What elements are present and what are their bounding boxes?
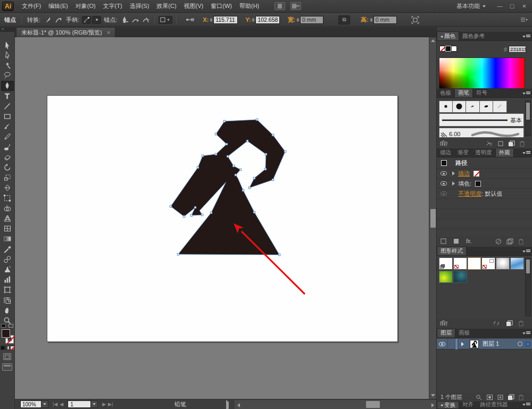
clear-appearance-icon[interactable] xyxy=(495,238,502,245)
tool-line-segment[interactable] xyxy=(1,101,14,111)
tool-slice[interactable] xyxy=(1,295,14,305)
y-stepper[interactable] xyxy=(252,18,255,22)
x-stepper[interactable] xyxy=(210,18,213,22)
layer-name[interactable]: 图层 1 xyxy=(483,340,499,348)
add-effect-icon[interactable]: fx. xyxy=(466,238,472,244)
fill-swatch[interactable] xyxy=(2,329,10,338)
tab-graphic-styles[interactable]: 图形样式 xyxy=(437,246,467,255)
tool-type[interactable] xyxy=(1,91,14,101)
gradient-mode-button[interactable] xyxy=(5,346,10,350)
brush-item[interactable] xyxy=(466,101,480,113)
status-divider-icon[interactable] xyxy=(226,402,229,408)
horizontal-scroll-thumb[interactable] xyxy=(366,401,380,408)
anchor-point[interactable] xyxy=(190,214,193,216)
tool-selection[interactable] xyxy=(1,40,14,50)
tool-artboard[interactable] xyxy=(1,285,14,295)
appearance-path-row[interactable]: 路径 xyxy=(437,157,532,169)
height-input[interactable]: 0 mm xyxy=(373,16,397,24)
zoom-level-input[interactable]: 100% xyxy=(20,400,41,408)
document-layout-icon[interactable] xyxy=(290,2,301,10)
artboard-fit-icon[interactable] xyxy=(411,15,420,24)
menu-item-7[interactable]: 窗口(W) xyxy=(207,0,236,13)
handle-style-icon[interactable] xyxy=(185,15,195,24)
new-fill-icon[interactable] xyxy=(453,238,460,244)
brush-item[interactable] xyxy=(480,101,494,113)
tool-hand[interactable] xyxy=(1,305,14,315)
color-mode-button[interactable] xyxy=(1,346,5,350)
convert-smooth-icon[interactable] xyxy=(54,15,63,24)
tool-shape-builder[interactable] xyxy=(1,203,14,213)
new-stroke-icon[interactable] xyxy=(440,238,447,244)
tab-close-icon[interactable]: × xyxy=(107,29,110,36)
tool-perspective-grid[interactable] xyxy=(1,213,14,223)
x-input[interactable]: 115.711 xyxy=(213,16,238,24)
appearance-stroke-row[interactable]: 描边 xyxy=(437,169,532,179)
tool-pencil[interactable] xyxy=(1,132,14,142)
tool-eraser[interactable] xyxy=(1,152,14,162)
graphic-style-none-style[interactable] xyxy=(453,257,467,270)
anchor-point[interactable] xyxy=(253,211,255,213)
width-input[interactable]: 0 mm xyxy=(300,16,323,24)
tool-column-graph[interactable] xyxy=(1,275,14,285)
document-tab[interactable]: 未标题-1* @ 100% (RGB/预览) × xyxy=(16,27,115,37)
app-logo-icon[interactable]: Ai xyxy=(2,2,14,11)
anchor-point[interactable] xyxy=(202,155,204,157)
remove-anchor-icon[interactable] xyxy=(120,15,129,24)
tab-layers[interactable]: 图层 xyxy=(437,328,455,337)
tab-stroke[interactable]: 描边 xyxy=(437,148,454,157)
white-color-swatch[interactable] xyxy=(451,46,457,52)
anchor-point[interactable] xyxy=(215,133,217,135)
convert-corner-icon[interactable] xyxy=(43,15,53,24)
menu-item-0[interactable]: 文件(F) xyxy=(18,0,45,13)
tab-gradient[interactable]: 渐变 xyxy=(454,148,472,157)
style-libraries-icon[interactable] xyxy=(440,320,447,327)
menu-item-3[interactable]: 文字(T) xyxy=(99,0,126,13)
expand-arrow-icon[interactable] xyxy=(452,171,455,176)
hide-handles-icon[interactable] xyxy=(92,16,101,24)
scroll-down-icon[interactable] xyxy=(429,392,437,399)
artboard-number-input[interactable]: 1 xyxy=(68,400,91,408)
connect-path-icon[interactable] xyxy=(130,15,140,24)
graphic-style-gray-gradient[interactable] xyxy=(496,257,510,270)
anchor-point[interactable] xyxy=(239,169,242,171)
make-mask-icon[interactable] xyxy=(486,394,493,400)
scroll-right-icon[interactable] xyxy=(430,402,435,408)
next-artboard-icon[interactable]: ▶ xyxy=(102,402,106,407)
tool-free-transform[interactable] xyxy=(1,193,14,203)
duplicate-item-icon[interactable] xyxy=(506,238,513,245)
visibility-eye-icon[interactable] xyxy=(440,191,447,196)
first-artboard-icon[interactable]: |◀ xyxy=(53,402,57,407)
layer-lock-cell[interactable] xyxy=(448,339,455,349)
graphic-styles-menu-icon[interactable] xyxy=(522,249,530,253)
tab-swatches[interactable]: 色板 xyxy=(437,88,454,97)
visibility-eye-icon[interactable] xyxy=(440,171,447,176)
scroll-left-icon[interactable] xyxy=(236,402,241,408)
delete-style-icon[interactable] xyxy=(518,320,524,327)
menu-item-5[interactable]: 效果(C) xyxy=(153,0,180,13)
tool-rotate[interactable] xyxy=(1,162,14,172)
tool-pen[interactable] xyxy=(1,81,14,91)
close-button[interactable]: ✕ xyxy=(520,3,529,10)
stroke-none-swatch[interactable] xyxy=(473,171,479,177)
tool-magic-wand[interactable] xyxy=(1,60,14,70)
brush-options-icon[interactable] xyxy=(497,140,504,147)
menu-item-4[interactable]: 选择(S) xyxy=(126,0,153,13)
layer-target-icon[interactable] xyxy=(518,341,522,346)
new-sublayer-icon[interactable] xyxy=(497,394,504,400)
arrange-documents-icon[interactable] xyxy=(275,2,285,10)
anchor-point[interactable] xyxy=(272,179,274,181)
graphic-style-none-fill[interactable] xyxy=(481,257,495,270)
brush-item[interactable] xyxy=(453,101,467,113)
tab-pathfinder[interactable]: 路径查找器 xyxy=(477,401,511,408)
tool-blob-brush[interactable] xyxy=(1,142,14,152)
tab-brushes[interactable]: 画笔 xyxy=(454,88,473,97)
dancer-silhouette[interactable] xyxy=(171,120,285,255)
graphic-style-default[interactable] xyxy=(439,257,453,270)
anchor-point[interactable] xyxy=(227,155,229,157)
anchor-point[interactable] xyxy=(248,187,251,189)
tab-artboards[interactable]: 画板 xyxy=(455,328,473,337)
anchor-point[interactable] xyxy=(265,153,267,155)
tool-rectangle[interactable] xyxy=(1,111,14,121)
anchor-point[interactable] xyxy=(226,143,228,145)
swap-fill-stroke-icon[interactable] xyxy=(9,324,13,328)
